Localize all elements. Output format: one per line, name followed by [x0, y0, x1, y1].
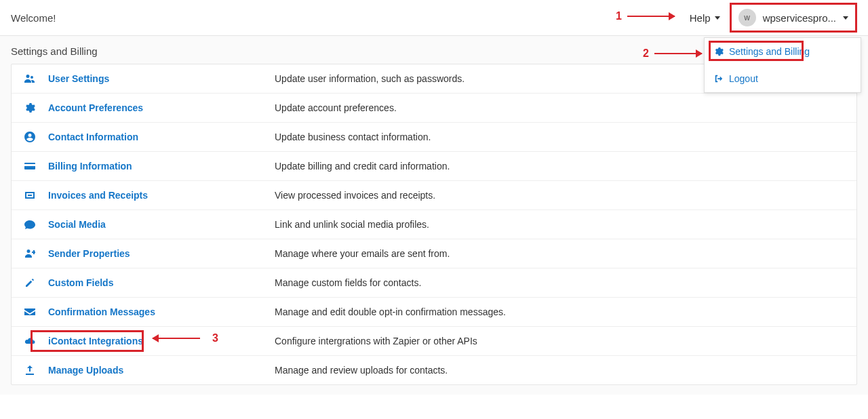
row-confirmation-messages[interactable]: Confirmation Messages Manage and edit do…: [12, 298, 856, 327]
username-label: wpservicespro...: [763, 12, 836, 24]
row-billing-information[interactable]: Billing Information Update billing and c…: [12, 152, 856, 181]
link-manage-uploads[interactable]: Manage Uploads: [48, 365, 123, 376]
desc-manage-uploads: Manage and review uploads for contacts.: [275, 365, 448, 376]
help-label: Help: [690, 12, 711, 24]
row-manage-uploads[interactable]: Manage Uploads Manage and review uploads…: [12, 356, 856, 384]
row-sender-properties[interactable]: Sender Properties Manage where your emai…: [12, 239, 856, 268]
desc-custom-fields: Manage custom fields for contacts.: [275, 277, 421, 288]
dropdown-settings-label: Settings and Billing: [729, 46, 810, 57]
link-social-media[interactable]: Social Media: [48, 219, 106, 230]
row-custom-fields[interactable]: Custom Fields Manage custom fields for c…: [12, 268, 856, 298]
desc-confirmation-messages: Manage and edit double opt-in confirmati…: [275, 306, 506, 317]
desc-account-preferences: Update account preferences.: [275, 102, 397, 113]
row-account-preferences[interactable]: Account Preferences Update account prefe…: [12, 94, 856, 123]
link-user-settings[interactable]: User Settings: [48, 73, 109, 84]
gear-icon: [24, 102, 36, 113]
desc-billing-information: Update billing and credit card informati…: [275, 161, 450, 172]
credit-card-icon: [24, 161, 36, 172]
chat-icon: [24, 219, 36, 230]
welcome-text: Welcome!: [11, 12, 56, 24]
upload-icon: [24, 365, 36, 376]
link-invoices-receipts[interactable]: Invoices and Receipts: [48, 190, 148, 201]
row-social-media[interactable]: Social Media Link and unlink social medi…: [12, 210, 856, 239]
user-circle-icon: [24, 132, 36, 142]
desc-invoices-receipts: View processed invoices and receipts.: [275, 190, 435, 201]
help-menu[interactable]: Help: [690, 12, 720, 24]
logout-icon: [714, 74, 724, 83]
cloud-icon: [24, 336, 36, 346]
link-icontact-integrations[interactable]: iContact Integrations: [48, 336, 143, 346]
mail-icon: [24, 306, 36, 317]
link-custom-fields[interactable]: Custom Fields: [48, 277, 113, 288]
desc-user-settings: Update user information, such as passwor…: [275, 73, 465, 84]
pencil-icon: [24, 277, 36, 288]
desc-social-media: Link and unlink social media profiles.: [275, 219, 429, 230]
row-invoices-receipts[interactable]: Invoices and Receipts View processed inv…: [12, 181, 856, 210]
caret-down-icon: [715, 16, 720, 20]
user-plus-icon: [24, 248, 36, 259]
gear-icon: [714, 47, 724, 56]
settings-table: User Settings Update user information, s…: [11, 64, 857, 385]
row-contact-information[interactable]: Contact Information Update business cont…: [12, 123, 856, 152]
dropdown-logout[interactable]: Logout: [705, 65, 861, 92]
link-billing-information[interactable]: Billing Information: [48, 161, 132, 172]
link-confirmation-messages[interactable]: Confirmation Messages: [48, 306, 155, 317]
desc-sender-properties: Manage where your emails are sent from.: [275, 248, 450, 259]
desc-icontact-integrations: Configure intergrations with Zapier or o…: [275, 336, 477, 346]
invoice-icon: [24, 190, 36, 201]
link-contact-information[interactable]: Contact Information: [48, 132, 138, 142]
row-icontact-integrations[interactable]: iContact Integrations Configure intergra…: [12, 327, 856, 356]
link-sender-properties[interactable]: Sender Properties: [48, 248, 130, 259]
caret-down-icon: [843, 16, 848, 20]
user-dropdown: Settings and Billing Logout: [704, 37, 861, 93]
dropdown-settings-billing[interactable]: Settings and Billing: [705, 38, 861, 65]
users-icon: [24, 73, 36, 84]
user-menu[interactable]: w wpservicespro...: [730, 3, 857, 33]
dropdown-logout-label: Logout: [729, 73, 758, 84]
avatar: w: [738, 9, 756, 26]
link-account-preferences[interactable]: Account Preferences: [48, 102, 143, 113]
desc-contact-information: Update business contact information.: [275, 132, 431, 142]
